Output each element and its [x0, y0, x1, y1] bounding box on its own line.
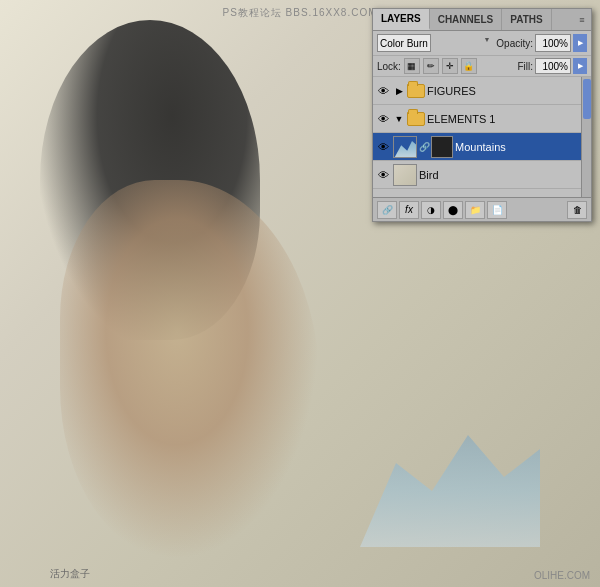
- delete-layer-button[interactable]: 🗑: [567, 201, 587, 219]
- panel-menu-button[interactable]: ≡: [573, 9, 591, 30]
- mountain-background: [360, 407, 540, 547]
- layers-panel: LAYERS CHANNELS PATHS ≡ Color Burn Norma…: [372, 8, 592, 222]
- visibility-icon-figures[interactable]: 👁: [375, 83, 391, 99]
- figure-light-decoration: [60, 180, 320, 560]
- visibility-icon-elements1[interactable]: 👁: [375, 111, 391, 127]
- layers-scrollbar[interactable]: [581, 77, 591, 197]
- layers-list: 👁 ▶ FIGURES 👁 ▼ ELEMENTS 1 👁 🔗 M: [373, 77, 591, 197]
- expand-icon-elements1[interactable]: ▼: [393, 113, 405, 125]
- watermark-bottom-left: 活力盒子: [50, 567, 90, 581]
- lock-paint-button[interactable]: ✏: [423, 58, 439, 74]
- layers-list-wrapper: 👁 ▶ FIGURES 👁 ▼ ELEMENTS 1 👁 🔗 M: [373, 77, 591, 197]
- layer-name-elements1: ELEMENTS 1: [427, 113, 589, 125]
- opacity-wrap: Opacity: ▶: [496, 34, 587, 52]
- scrollbar-thumb[interactable]: [583, 79, 591, 119]
- mountain-thumb-image: [394, 137, 417, 158]
- layer-thumbnail-mountains: [393, 136, 417, 158]
- lock-all-button[interactable]: 🔒: [461, 58, 477, 74]
- opacity-label: Opacity:: [496, 38, 533, 49]
- lock-label: Lock:: [377, 61, 401, 72]
- layer-name-figures: FIGURES: [427, 85, 589, 97]
- blend-opacity-row: Color Burn Normal Multiply Screen Opacit…: [373, 31, 591, 56]
- opacity-input[interactable]: [535, 34, 571, 52]
- layer-row-elements1[interactable]: 👁 ▼ ELEMENTS 1: [373, 105, 591, 133]
- link-layers-button[interactable]: 🔗: [377, 201, 397, 219]
- layer-row-figures[interactable]: 👁 ▶ FIGURES: [373, 77, 591, 105]
- watermark-bottom-right: OLIHE.COM: [534, 570, 590, 581]
- panel-tabs: LAYERS CHANNELS PATHS ≡: [373, 9, 591, 31]
- fill-wrap: Fill: ▶: [517, 58, 587, 74]
- bird-thumb-image: [394, 165, 417, 186]
- lock-transparent-button[interactable]: ▦: [404, 58, 420, 74]
- layer-name-bird: Bird: [419, 169, 589, 181]
- folder-icon-elements1: [407, 112, 425, 126]
- lock-fill-row: Lock: ▦ ✏ ✛ 🔒 Fill: ▶: [373, 56, 591, 77]
- adjustment-layer-button[interactable]: ⬤: [443, 201, 463, 219]
- visibility-icon-bird[interactable]: 👁: [375, 167, 391, 183]
- lock-move-button[interactable]: ✛: [442, 58, 458, 74]
- new-fill-layer-button[interactable]: ◑: [421, 201, 441, 219]
- folder-icon-figures: [407, 84, 425, 98]
- tab-paths[interactable]: PATHS: [502, 9, 551, 30]
- fx-button[interactable]: fx: [399, 201, 419, 219]
- fill-label: Fill:: [517, 61, 533, 72]
- panel-footer: 🔗 fx ◑ ⬤ 📁 📄 🗑: [373, 197, 591, 221]
- fill-arrow-button[interactable]: ▶: [573, 58, 587, 74]
- fill-input[interactable]: [535, 58, 571, 74]
- layer-link-mountains[interactable]: 🔗: [419, 136, 429, 158]
- new-layer-button[interactable]: 📄: [487, 201, 507, 219]
- layer-mask-mountains: [431, 136, 453, 158]
- layer-row-mountains[interactable]: 👁 🔗 Mountains: [373, 133, 591, 161]
- tab-layers[interactable]: LAYERS: [373, 9, 430, 30]
- watermark-top: PS教程论坛 BBS.16XX8.COM: [222, 6, 377, 20]
- blend-mode-wrap: Color Burn Normal Multiply Screen: [377, 34, 492, 52]
- tab-channels[interactable]: CHANNELS: [430, 9, 503, 30]
- blend-mode-select[interactable]: Color Burn Normal Multiply Screen: [377, 34, 431, 52]
- expand-icon-figures[interactable]: ▶: [393, 85, 405, 97]
- new-group-button[interactable]: 📁: [465, 201, 485, 219]
- layer-thumbnail-bird: [393, 164, 417, 186]
- visibility-icon-mountains[interactable]: 👁: [375, 139, 391, 155]
- layer-row-bird[interactable]: 👁 Bird: [373, 161, 591, 189]
- layer-name-mountains: Mountains: [455, 141, 589, 153]
- opacity-arrow-button[interactable]: ▶: [573, 34, 587, 52]
